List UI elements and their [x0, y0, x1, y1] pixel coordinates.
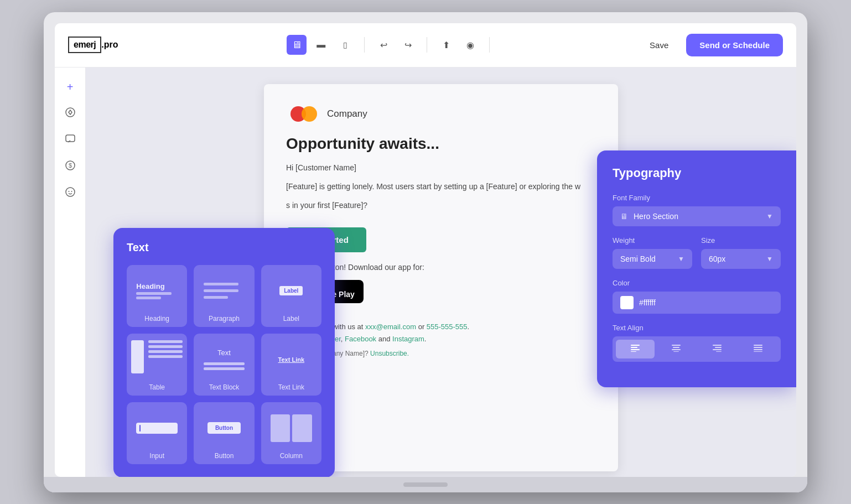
svg-rect-21 [754, 349, 762, 350]
heading-preview: Heading [131, 272, 183, 310]
text-item-label[interactable]: Label Label [261, 265, 321, 327]
text-item-heading[interactable]: Heading Heading [127, 265, 187, 327]
align-right-btn[interactable] [698, 340, 736, 358]
weight-size-row: Weight Semi Bold ▼ Size 60px ▼ [613, 236, 781, 269]
weight-group: Weight Semi Bold ▼ [613, 236, 692, 269]
face-icon [65, 186, 76, 200]
text-item-input[interactable]: Input [127, 402, 187, 464]
typography-panel: Typography Font Family 🖥 Hero Section ▼ [597, 150, 796, 387]
monitor-icon: 🖥 [620, 212, 628, 221]
send-schedule-button[interactable]: Send or Schedule [686, 34, 783, 56]
divider-2 [427, 37, 427, 53]
redo-btn[interactable]: ↪ [398, 35, 418, 55]
device-desktop-btn[interactable]: 🖥 [287, 35, 307, 55]
text-item-paragraph[interactable]: Paragraph [194, 265, 254, 327]
label-label: Label [283, 315, 299, 323]
color-input[interactable]: #ffffff [613, 292, 781, 314]
svg-rect-13 [672, 349, 681, 350]
svg-text:$: $ [69, 162, 72, 169]
unsubscribe-link[interactable]: Unsubscribe. [370, 350, 409, 357]
preview-btn[interactable]: ◉ [460, 35, 480, 55]
color-group: Color #ffffff [613, 279, 781, 314]
facebook-link[interactable]: Facebook [345, 335, 376, 343]
header: emerj.pro 🖥 ▬ ▯ ↩ [55, 23, 796, 67]
chat-icon [65, 133, 76, 147]
svg-point-6 [71, 191, 72, 192]
laptop-base [44, 477, 807, 492]
text-block-label: Text Block [209, 383, 240, 391]
chevron-down-icon: ▼ [766, 212, 773, 220]
text-align-group: Text Align [613, 324, 781, 362]
app-container: emerj.pro 🖥 ▬ ▯ ↩ [55, 23, 796, 477]
font-family-label: Font Family [613, 194, 781, 202]
svg-point-0 [66, 108, 75, 117]
laptop-frame: emerj.pro 🖥 ▬ ▯ ↩ [44, 12, 807, 492]
divider-1 [364, 37, 365, 53]
label-preview: Label [266, 272, 317, 310]
svg-rect-8 [631, 347, 637, 348]
share-btn[interactable]: ⬆ [436, 35, 456, 55]
desktop-icon: 🖥 [292, 39, 302, 51]
text-item-button[interactable]: Button Button [194, 402, 254, 464]
weight-chevron-icon: ▼ [678, 255, 684, 263]
text-item-table[interactable]: Table [127, 334, 187, 396]
color-hex-value: #ffffff [639, 298, 656, 307]
align-justify-btn[interactable] [739, 340, 777, 358]
email-heading: Opportunity awaits... [286, 135, 596, 153]
email-body2: s in your first [Feature]? [286, 199, 596, 211]
svg-point-4 [66, 188, 75, 196]
laptop-notch [403, 482, 448, 487]
logo-circles [286, 106, 317, 122]
svg-rect-18 [716, 351, 722, 352]
canvas-area: Company Opportunity awaits... Hi [Custom… [86, 67, 796, 477]
svg-rect-14 [673, 351, 679, 352]
font-family-group: Font Family 🖥 Hero Section ▼ [613, 194, 781, 226]
text-item-text-block[interactable]: Text Text Block [194, 334, 254, 396]
weight-label: Weight [613, 236, 692, 245]
heading-label: Heading [144, 315, 169, 323]
device-tablet-landscape-btn[interactable]: ▬ [311, 35, 331, 55]
align-left-icon [631, 344, 640, 354]
sidebar-item-chat[interactable] [59, 129, 81, 152]
color-label: Color [613, 279, 781, 287]
svg-point-5 [68, 191, 69, 192]
size-group: Size 60px ▼ [701, 236, 781, 269]
svg-rect-10 [631, 351, 636, 352]
instagram-link[interactable]: Instagram [392, 335, 424, 343]
save-button[interactable]: Save [641, 36, 677, 54]
weight-select[interactable]: Semi Bold ▼ [613, 249, 692, 269]
sidebar-item-face[interactable] [59, 183, 81, 205]
undo-btn[interactable]: ↩ [373, 35, 393, 55]
text-link-label: Text Link [278, 383, 304, 391]
tablet-landscape-icon: ▬ [316, 40, 325, 50]
undo-icon: ↩ [380, 40, 387, 50]
text-align-controls [613, 336, 781, 362]
font-family-select[interactable]: 🖥 Hero Section ▼ [613, 206, 781, 226]
svg-rect-17 [713, 349, 722, 350]
text-panel-title: Text [127, 241, 321, 254]
main-area: + [55, 67, 796, 477]
align-left-btn[interactable] [616, 340, 655, 358]
svg-rect-12 [673, 347, 679, 348]
text-item-column[interactable]: Column [261, 402, 321, 464]
sidebar-item-add[interactable]: + [59, 76, 81, 98]
paragraph-preview [198, 272, 250, 310]
email-link[interactable]: xxx@email.com [365, 323, 416, 331]
paragraph-label: Paragraph [209, 315, 240, 323]
company-name: Company [327, 108, 367, 119]
typography-title: Typography [613, 166, 781, 180]
size-select[interactable]: 60px ▼ [701, 249, 781, 269]
device-tablet-portrait-btn[interactable]: ▯ [335, 35, 355, 55]
svg-rect-9 [631, 349, 640, 350]
color-swatch [620, 296, 634, 309]
header-right: Save Send or Schedule [641, 34, 783, 56]
sidebar-item-dollar[interactable]: $ [59, 156, 81, 178]
phone-link[interactable]: 555-555-555 [427, 323, 468, 331]
svg-rect-11 [672, 345, 681, 346]
company-logo-area: Company [286, 106, 596, 122]
logo-area: emerj.pro [68, 37, 118, 53]
shapes-icon [65, 107, 76, 121]
text-item-text-link[interactable]: Text Link Text Link [261, 334, 321, 396]
sidebar-item-shapes[interactable] [59, 103, 81, 125]
align-center-btn[interactable] [657, 340, 696, 358]
